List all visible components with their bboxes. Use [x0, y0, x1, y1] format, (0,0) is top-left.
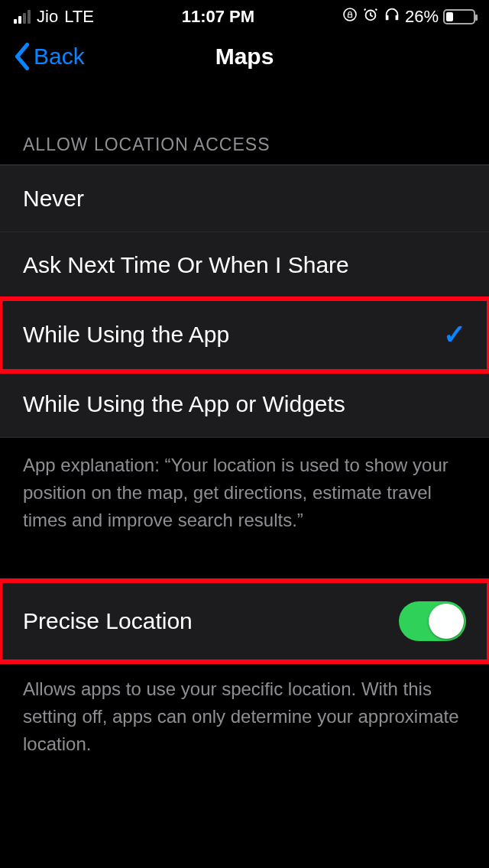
network-label: LTE: [64, 7, 94, 27]
option-label: Ask Next Time Or When I Share: [23, 252, 349, 278]
precise-location-label: Precise Location: [23, 608, 193, 634]
signal-icon: [14, 10, 31, 24]
option-while-using-app[interactable]: While Using the App ✓: [0, 299, 489, 371]
option-never[interactable]: Never: [0, 165, 489, 232]
option-label: Never: [23, 186, 84, 212]
precise-location-list: Precise Location: [0, 580, 489, 662]
status-left: Jio LTE: [14, 7, 94, 27]
checkmark-icon: ✓: [443, 319, 466, 351]
status-time: 11:07 PM: [182, 7, 254, 27]
option-ask-next-time[interactable]: Ask Next Time Or When I Share: [0, 232, 489, 299]
location-access-list: Never Ask Next Time Or When I Share Whil…: [0, 164, 489, 438]
option-while-using-app-or-widgets[interactable]: While Using the App or Widgets: [0, 371, 489, 438]
svg-rect-3: [396, 15, 399, 20]
status-right: 26%: [342, 6, 475, 28]
page-title: Maps: [215, 44, 274, 70]
status-bar: Jio LTE 11:07 PM 26%: [0, 0, 489, 32]
headphones-icon: [384, 6, 400, 28]
precise-explanation-text: Allows apps to use your specific locatio…: [0, 662, 489, 781]
section-header-location: ALLOW LOCATION ACCESS: [0, 89, 489, 164]
carrier-label: Jio: [37, 7, 58, 27]
alarm-icon: [362, 6, 379, 28]
navigation-bar: Back Maps: [0, 32, 489, 89]
option-label: While Using the App or Widgets: [23, 391, 345, 417]
back-button[interactable]: Back: [12, 43, 85, 70]
chevron-left-icon: [12, 43, 32, 70]
back-label: Back: [34, 44, 85, 70]
precise-location-toggle[interactable]: [399, 601, 466, 641]
orientation-lock-icon: [342, 7, 358, 27]
battery-icon: [443, 9, 475, 24]
battery-percent: 26%: [405, 7, 439, 27]
option-precise-location[interactable]: Precise Location: [0, 581, 489, 662]
app-explanation-text: App explanation: “Your location is used …: [0, 438, 489, 557]
option-label: While Using the App: [23, 322, 229, 348]
svg-rect-2: [386, 15, 389, 20]
